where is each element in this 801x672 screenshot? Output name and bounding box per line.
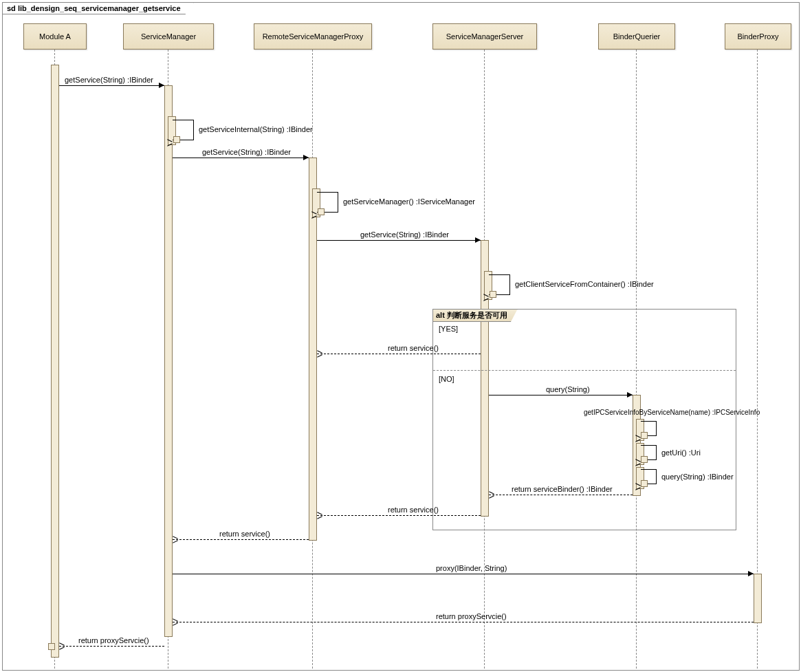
return-arrow — [317, 515, 481, 516]
alt-fragment: alt 判断服务是否可用 [YES] [NO] — [432, 309, 736, 530]
message-label: query(String) :IBinder — [661, 473, 734, 481]
activation — [164, 85, 173, 637]
message-label: return proxyServcie() — [78, 636, 149, 644]
message-label: return proxyServcie() — [436, 612, 507, 620]
activation-marker — [641, 480, 648, 487]
arrowhead-icon — [748, 571, 754, 576]
return-arrow — [173, 622, 754, 622]
alt-label: alt 判断服务是否可用 — [432, 309, 518, 322]
message-arrow — [173, 158, 309, 158]
return-arrow — [489, 495, 633, 495]
message-label: return service() — [219, 530, 270, 538]
activation-marker — [48, 643, 55, 650]
activation-marker — [490, 291, 496, 298]
lifeline-binder-querier: BinderQuerier — [598, 23, 675, 50]
message-arrow — [317, 240, 481, 241]
message-label: getUri() :Uri — [661, 448, 701, 457]
message-arrow — [59, 85, 164, 86]
arrowhead-icon — [627, 392, 633, 398]
lifeline-service-manager: ServiceManager — [123, 23, 214, 50]
lifeline-sm-server: ServiceManagerServer — [432, 23, 537, 50]
alt-separator — [433, 370, 736, 371]
return-arrow — [59, 646, 164, 647]
activation — [51, 65, 59, 658]
message-arrow — [489, 395, 633, 395]
return-arrow — [173, 539, 309, 540]
message-label: proxy(IBinder, String) — [436, 564, 507, 572]
activation-marker — [318, 208, 325, 215]
lifeline-binder-proxy: BinderProxy — [725, 23, 791, 50]
arrowhead-icon — [475, 237, 481, 243]
activation — [754, 574, 762, 623]
message-label: getService(String) :IBinder — [360, 230, 449, 239]
alt-guard-no: [NO] — [439, 375, 454, 383]
lifeline-module-a: Module A — [23, 23, 87, 50]
alt-guard-yes: [YES] — [439, 325, 458, 333]
arrowhead-icon — [303, 155, 309, 160]
arrowhead-icon — [159, 83, 164, 88]
return-arrow — [317, 354, 481, 354]
activation-marker — [173, 136, 180, 143]
message-label: getClientServiceFromContainer() :IBinder — [515, 280, 654, 288]
activation-marker — [641, 432, 648, 439]
message-label: getServiceInternal(String) :IBinder — [199, 125, 313, 133]
lifeline-remote-proxy: RemoteServiceManagerProxy — [254, 23, 372, 50]
message-label: query(String) — [546, 385, 590, 393]
message-label: getService(String) :IBinder — [202, 148, 291, 156]
sequence-diagram-frame: sd lib_densign_seq_servicemanager_getser… — [2, 2, 800, 671]
message-arrow — [173, 574, 754, 574]
message-label: return service() — [388, 506, 439, 514]
message-label: return service() — [388, 344, 439, 352]
diagram-title: sd lib_densign_seq_servicemanager_getser… — [3, 3, 194, 14]
activation-marker — [641, 456, 648, 463]
message-label: getService(String) :IBinder — [65, 76, 153, 84]
message-label: getServiceManager() :IServiceManager — [343, 197, 475, 206]
message-label: getIPCServiceInfoByServiceName(name) :IP… — [584, 409, 760, 416]
message-label: return serviceBinder() :IBinder — [512, 485, 613, 493]
